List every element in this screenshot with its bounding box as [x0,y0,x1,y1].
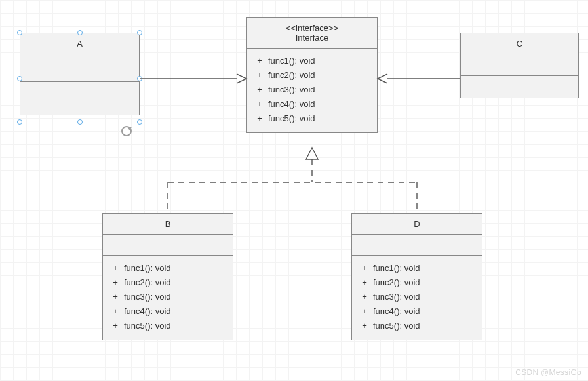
selection-handle[interactable] [137,76,142,81]
class-c-attributes [461,54,578,76]
interface-stereotype: <<interface>> [251,23,373,33]
class-c-name: C [517,39,522,49]
method-signature: func2(): void [370,275,475,290]
method-row: + func5(): void [254,111,370,126]
method-signature: func2(): void [265,68,370,83]
selection-handle[interactable] [77,119,83,125]
interface-name: Interface [296,33,329,43]
method-signature: func3(): void [265,83,370,97]
method-signature: func5(): void [121,319,226,333]
method-signature: func4(): void [265,97,370,111]
selection-handle[interactable] [17,76,22,81]
class-b-operations: + func1(): void + func2(): void + func3(… [103,256,233,340]
method-row: + func5(): void [359,319,475,333]
interface-title-section: <<interface>> Interface [247,18,377,49]
class-d-attributes [352,235,482,256]
class-box-interface[interactable]: <<interface>> Interface + func1(): void … [246,17,378,133]
method-visibility: + [359,319,370,333]
selection-handle[interactable] [137,30,142,35]
method-visibility: + [109,290,121,304]
svg-marker-2 [306,148,318,159]
method-signature: func1(): void [370,261,475,275]
selection-handle[interactable] [17,119,22,125]
method-signature: func5(): void [265,111,370,126]
method-row: + func5(): void [109,319,226,333]
method-signature: func1(): void [265,54,370,68]
method-visibility: + [359,290,370,304]
method-row: + func3(): void [254,83,370,97]
class-c-title: C [461,33,578,54]
method-signature: func4(): void [121,304,226,319]
method-row: + func1(): void [254,54,370,68]
class-box-a[interactable]: A [20,33,140,115]
class-a-operations [20,82,139,115]
method-signature: func3(): void [370,290,475,304]
method-signature: func4(): void [370,304,475,319]
class-d-title: D [352,214,482,235]
method-row: + func1(): void [359,261,475,275]
method-visibility: + [254,83,265,97]
method-row: + func3(): void [109,290,226,304]
class-box-b[interactable]: B + func1(): void + func2(): void + func… [102,213,233,340]
edge-realization-trunk[interactable] [168,159,417,213]
class-d-name: D [414,219,420,229]
method-signature: func3(): void [121,290,226,304]
realization-arrowhead [306,148,318,159]
method-visibility: + [359,261,370,275]
method-row: + func2(): void [359,275,475,290]
method-visibility: + [254,54,265,68]
class-b-name: B [165,219,171,229]
method-row: + func1(): void [109,261,226,275]
class-b-attributes [103,235,233,256]
method-visibility: + [359,304,370,319]
class-d-operations: + func1(): void + func2(): void + func3(… [352,256,482,340]
method-visibility: + [254,111,265,126]
class-b-title: B [103,214,233,235]
method-row: + func2(): void [109,275,226,290]
method-visibility: + [109,304,121,319]
method-visibility: + [109,275,121,290]
method-visibility: + [109,261,121,275]
method-visibility: + [254,97,265,111]
selection-handle[interactable] [17,30,22,35]
method-signature: func2(): void [121,275,226,290]
watermark: CSDN @MessiGo [515,368,581,377]
method-visibility: + [109,319,121,333]
edge-c-to-interface[interactable] [378,74,460,83]
method-row: + func4(): void [359,304,475,319]
method-row: + func4(): void [254,97,370,111]
interface-methods: + func1(): void + func2(): void + func3(… [247,49,377,132]
method-row: + func4(): void [109,304,226,319]
method-row: + func3(): void [359,290,475,304]
class-a-name: A [77,39,83,49]
class-c-operations [461,76,578,98]
class-a-attributes [20,54,139,82]
method-row: + func2(): void [254,68,370,83]
class-box-d[interactable]: D + func1(): void + func2(): void + func… [351,213,482,340]
selection-handle[interactable] [137,119,142,125]
method-visibility: + [254,68,265,83]
selection-handle[interactable] [77,30,83,35]
edge-a-to-interface[interactable] [140,74,246,83]
method-visibility: + [359,275,370,290]
method-signature: func5(): void [370,319,475,333]
class-a-title: A [20,33,139,54]
method-signature: func1(): void [121,261,226,275]
class-box-c[interactable]: C [460,33,579,98]
rotate-handle[interactable] [121,126,132,136]
